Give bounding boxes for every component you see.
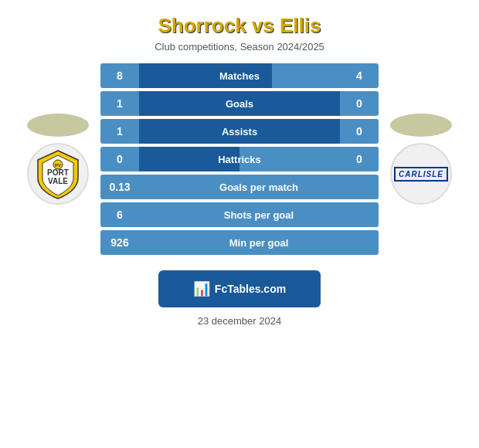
hattricks-right-value: 0 <box>340 153 379 165</box>
header: Shorrock vs Ellis Club competitions, Sea… <box>147 0 332 57</box>
svg-text:PV: PV <box>55 163 61 168</box>
goals-left-value: 1 <box>100 97 139 110</box>
matches-left-value: 8 <box>100 70 139 82</box>
matches-label: Matches <box>219 70 260 82</box>
match-subtitle: Club competitions, Season 2024/2025 <box>155 41 324 53</box>
page-container: Shorrock vs Ellis Club competitions, Sea… <box>0 0 479 448</box>
matches-right-value: 4 <box>340 70 379 82</box>
stat-row-hattricks: 0 Hattricks 0 <box>100 147 379 171</box>
assists-label: Assists <box>222 126 257 137</box>
right-team-section: CARLISLE <box>379 114 464 205</box>
fctables-icon: 📊 <box>193 280 210 297</box>
shots-per-goal-label: Shots per goal <box>224 209 294 221</box>
matches-bar: Matches <box>139 63 340 88</box>
hattricks-label: Hattricks <box>218 154 261 165</box>
hattricks-left-value: 0 <box>100 153 139 165</box>
assists-bar: Assists <box>139 119 340 144</box>
goals-per-match-bar: Goals per match <box>139 175 379 199</box>
port-vale-logo: PORT VALE PV <box>32 148 84 200</box>
main-content: PORT VALE PV 8 Matches 4 1 <box>0 57 479 261</box>
shots-per-goal-value: 6 <box>100 209 139 221</box>
left-oval-decoration <box>27 114 89 137</box>
min-per-goal-bar: Min per goal <box>139 230 379 255</box>
stat-row-shots-per-goal: 6 Shots per goal <box>100 202 379 227</box>
right-oval-decoration <box>390 114 452 137</box>
assists-right-value: 0 <box>340 125 379 137</box>
stat-row-goals-per-match: 0.13 Goals per match <box>100 175 379 199</box>
carlisle-logo-text: CARLISLE <box>394 167 448 182</box>
stat-row-goals: 1 Goals 0 <box>100 91 379 116</box>
svg-text:PORT: PORT <box>47 168 69 177</box>
port-vale-badge: PORT VALE PV <box>27 143 89 205</box>
goals-right-value: 0 <box>340 97 379 110</box>
shots-per-goal-bar: Shots per goal <box>139 202 379 227</box>
goals-per-match-value: 0.13 <box>100 181 139 193</box>
fctables-label: FcTables.com <box>215 283 286 295</box>
left-team-section: PORT VALE PV <box>15 114 100 205</box>
footer-date: 23 december 2024 <box>198 315 281 327</box>
stat-row-min-per-goal: 926 Min per goal <box>100 230 379 255</box>
goals-bar: Goals <box>139 91 340 116</box>
match-title: Shorrock vs Ellis <box>155 14 324 38</box>
assists-left-value: 1 <box>100 125 139 137</box>
min-per-goal-label: Min per goal <box>229 237 289 249</box>
fctables-banner[interactable]: 📊 FcTables.com <box>158 270 321 307</box>
goals-label: Goals <box>226 98 253 110</box>
svg-text:VALE: VALE <box>48 177 68 185</box>
carlisle-badge: CARLISLE <box>390 143 452 205</box>
hattricks-bar: Hattricks <box>139 147 340 171</box>
min-per-goal-value: 926 <box>100 236 139 249</box>
goals-per-match-label: Goals per match <box>219 182 298 193</box>
stat-row-assists: 1 Assists 0 <box>100 119 379 144</box>
stats-column: 8 Matches 4 1 Goals 0 1 <box>100 63 379 255</box>
stat-row-matches: 8 Matches 4 <box>100 63 379 88</box>
